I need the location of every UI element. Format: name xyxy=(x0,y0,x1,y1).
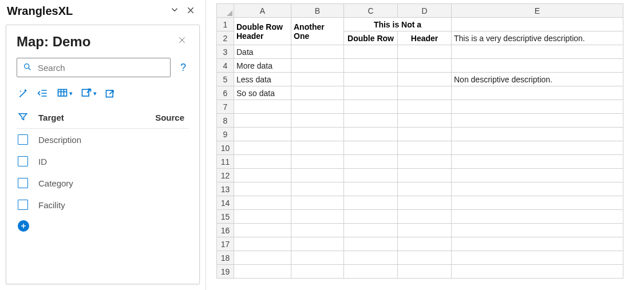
cell[interactable] xyxy=(398,210,452,224)
cell[interactable] xyxy=(234,237,291,251)
col-header[interactable]: C xyxy=(344,4,398,18)
cell[interactable] xyxy=(344,45,398,59)
cell[interactable] xyxy=(344,182,398,196)
cell[interactable] xyxy=(234,128,291,141)
cell[interactable] xyxy=(398,73,452,86)
cell[interactable] xyxy=(344,100,398,114)
spreadsheet[interactable]: A B C D E 1 Double Row Header Another On… xyxy=(206,0,644,290)
cell[interactable] xyxy=(291,114,344,128)
cell[interactable] xyxy=(291,251,344,265)
cell[interactable] xyxy=(398,114,452,128)
cell[interactable] xyxy=(344,210,398,224)
row-header[interactable]: 13 xyxy=(217,182,234,196)
cell[interactable] xyxy=(398,59,452,73)
cell[interactable] xyxy=(398,100,452,114)
cell[interactable] xyxy=(398,169,452,182)
cell[interactable] xyxy=(291,182,344,196)
cell[interactable] xyxy=(452,182,623,196)
cell[interactable] xyxy=(398,224,452,237)
list-item[interactable]: ID xyxy=(17,150,189,172)
checkbox[interactable] xyxy=(18,200,28,210)
cell[interactable] xyxy=(291,128,344,141)
table-tool-icon[interactable]: ▾ xyxy=(57,88,73,99)
row-header[interactable]: 6 xyxy=(217,86,234,100)
cell[interactable] xyxy=(452,100,623,114)
cell[interactable]: This is Not a xyxy=(344,18,452,31)
row-header[interactable]: 16 xyxy=(217,224,234,237)
close-card-icon[interactable] xyxy=(175,33,189,50)
row-header[interactable]: 3 xyxy=(217,45,234,59)
row-header[interactable]: 4 xyxy=(217,59,234,73)
cell[interactable] xyxy=(398,45,452,59)
chevron-down-icon[interactable]: ▾ xyxy=(93,90,97,97)
cell[interactable]: Data xyxy=(234,45,291,59)
search-box[interactable] xyxy=(17,58,171,77)
cell[interactable] xyxy=(344,155,398,169)
cell[interactable] xyxy=(234,265,291,279)
cell[interactable]: Double Row Header xyxy=(234,18,291,45)
checkbox[interactable] xyxy=(18,134,28,145)
cell[interactable]: Less data xyxy=(234,73,291,86)
col-header[interactable]: A xyxy=(234,4,291,18)
cell[interactable] xyxy=(291,73,344,86)
cell[interactable] xyxy=(234,224,291,237)
row-header[interactable]: 17 xyxy=(217,237,234,251)
list-item[interactable]: Facility xyxy=(17,194,189,216)
cell[interactable] xyxy=(234,169,291,182)
cell[interactable] xyxy=(344,169,398,182)
cell[interactable] xyxy=(398,86,452,100)
row-header[interactable]: 7 xyxy=(217,100,234,114)
search-input[interactable] xyxy=(37,62,164,73)
cell[interactable] xyxy=(452,155,623,169)
export-tool-icon[interactable]: ▾ xyxy=(81,88,97,99)
select-all-corner[interactable] xyxy=(217,4,234,18)
cell[interactable] xyxy=(344,251,398,265)
cell[interactable] xyxy=(398,128,452,141)
cell[interactable] xyxy=(452,114,623,128)
cell[interactable] xyxy=(234,251,291,265)
cell[interactable] xyxy=(234,182,291,196)
list-item[interactable]: Description xyxy=(17,129,189,150)
col-header[interactable]: B xyxy=(291,4,344,18)
cell[interactable] xyxy=(452,237,623,251)
cell[interactable] xyxy=(234,210,291,224)
cell[interactable] xyxy=(291,86,344,100)
cell[interactable] xyxy=(291,45,344,59)
cell[interactable] xyxy=(452,169,623,182)
cell[interactable] xyxy=(344,114,398,128)
row-header[interactable]: 19 xyxy=(217,265,234,279)
cell[interactable]: More data xyxy=(234,59,291,73)
cell[interactable] xyxy=(291,237,344,251)
row-header[interactable]: 15 xyxy=(217,210,234,224)
cell[interactable] xyxy=(398,141,452,155)
row-header[interactable]: 10 xyxy=(217,141,234,155)
cell[interactable] xyxy=(452,196,623,210)
cell[interactable] xyxy=(234,141,291,155)
cell[interactable] xyxy=(234,155,291,169)
row-header[interactable]: 12 xyxy=(217,169,234,182)
cell[interactable] xyxy=(398,265,452,279)
cell[interactable] xyxy=(291,224,344,237)
row-header[interactable]: 2 xyxy=(217,31,234,45)
cell[interactable]: This is a very descriptive description. xyxy=(452,31,623,45)
checkbox[interactable] xyxy=(18,156,28,166)
cell[interactable]: Another One xyxy=(291,18,344,45)
cell[interactable] xyxy=(344,224,398,237)
cell[interactable] xyxy=(452,265,623,279)
cell[interactable] xyxy=(344,86,398,100)
cell[interactable] xyxy=(398,196,452,210)
row-header[interactable]: 9 xyxy=(217,128,234,141)
close-pane-icon[interactable] xyxy=(183,5,199,18)
row-header[interactable]: 1 xyxy=(217,18,234,31)
cell[interactable] xyxy=(291,155,344,169)
cell[interactable] xyxy=(291,196,344,210)
cell[interactable] xyxy=(291,141,344,155)
cell[interactable] xyxy=(452,210,623,224)
cell[interactable] xyxy=(291,210,344,224)
cell[interactable] xyxy=(234,114,291,128)
cell[interactable]: Double Row xyxy=(344,31,398,45)
cell[interactable] xyxy=(452,45,623,59)
checkbox[interactable] xyxy=(18,178,28,188)
cell[interactable] xyxy=(344,141,398,155)
cell[interactable] xyxy=(344,73,398,86)
